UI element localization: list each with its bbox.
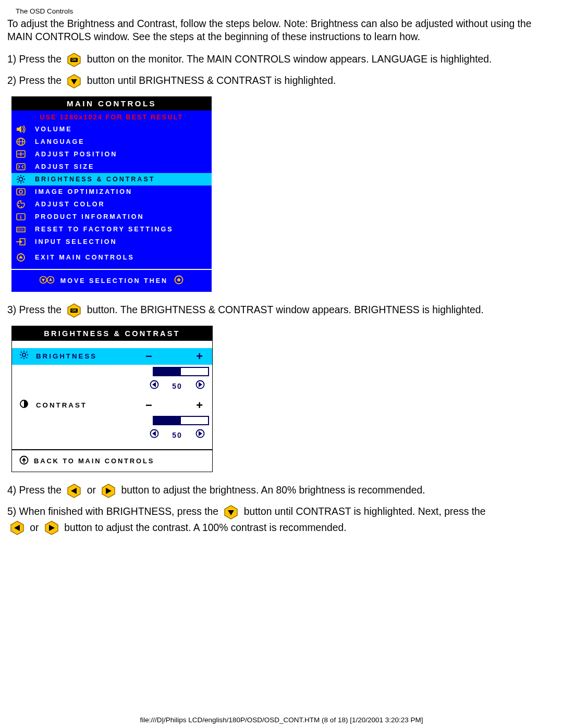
right-button-icon [44,521,59,535]
svg-line-53 [27,352,28,353]
exit-icon [15,252,27,263]
svg-marker-39 [19,255,23,258]
volume-icon [15,124,27,134]
reset-icon [15,224,27,235]
ok-button-icon [66,53,82,67]
back-icon [19,455,29,466]
osd-item-reset[interactable]: RESET TO FACTORY SETTINGS [11,223,212,236]
input-icon [15,237,27,247]
svg-marker-37 [20,240,22,243]
sun-icon [12,350,36,362]
bc-brightness-bar-fill [154,368,181,375]
svg-marker-56 [152,382,156,387]
left-button-icon [9,521,25,535]
svg-point-27 [21,206,22,207]
bc-brightness-label: BRIGHTNESS [36,352,145,360]
osd-item-image-optim[interactable]: IMAGE OPTIMIZATION [11,186,212,198]
svg-marker-63 [199,431,202,436]
osd-item-language[interactable]: LANGUAGE [11,135,212,148]
bc-brightness-row[interactable]: BRIGHTNESS −+ [12,348,212,365]
bc-brightness-bar-row [12,365,212,378]
bc-contrast-value: 50 [159,431,195,439]
bc-back-row[interactable]: BACK TO MAIN CONTROLS [12,450,212,472]
step-2: 2) Press the button until BRIGHTNESS & C… [7,73,556,89]
sun-icon [15,174,27,184]
bc-brightness-plusminus: −+ [145,350,212,363]
svg-line-54 [21,357,22,359]
osd-item-label: LANGUAGE [27,138,85,145]
osd-item-label: ADJUST SIZE [27,163,94,170]
plus-icon: + [196,399,203,412]
osd-item-color[interactable]: ADJUST COLOR [11,198,212,211]
left-arrow-icon[interactable] [150,380,159,392]
svg-line-51 [21,352,22,353]
step-5-text-c: button to adjust the contrast. A 100% co… [64,522,346,533]
svg-point-14 [19,177,22,181]
step-4-text-a: 4) Press the [7,485,64,496]
minus-icon: − [145,350,152,363]
osd-item-volume[interactable]: VOLUME [11,123,212,135]
svg-rect-13 [17,164,25,170]
plus-icon: + [196,350,203,363]
svg-rect-23 [17,189,25,195]
step-2-text-a: 2) Press the [7,75,64,86]
bc-contrast-label: CONTRAST [36,401,145,409]
osd-item-label: ADJUST COLOR [27,201,105,208]
intro-paragraph: To adjust the Brightness and Contrast, f… [7,17,556,43]
step-5: 5) When finished with BRIGHTNESS, press … [7,504,556,536]
svg-rect-30 [17,227,25,232]
osd-footer-label: MOVE SELECTION THEN [60,277,168,285]
osd-item-input[interactable]: INPUT SELECTION [11,236,212,248]
osd-item-label: RESET TO FACTORY SETTINGS [27,226,174,233]
osd-item-exit[interactable]: EXIT MAIN CONTROLS [11,251,212,264]
position-icon [15,149,27,159]
osd-item-product-info[interactable]: i PRODUCT INFORMATION [11,211,212,223]
svg-line-19 [18,176,19,177]
svg-marker-6 [17,126,21,133]
svg-point-46 [22,353,26,357]
bc-contrast-plusminus: −+ [145,399,212,412]
step-4-or: or [87,485,99,496]
bc-contrast-row[interactable]: CONTRAST −+ [12,397,212,414]
main-controls-panel: MAIN CONTROLS USE 1280x1024 FOR BEST RES… [11,96,212,292]
step-1: 1) Press the button on the monitor. The … [7,52,556,68]
step-2-text-b: button until BRIGHTNESS & CONTRAST is hi… [87,75,336,86]
osd-item-label: INPUT SELECTION [27,238,117,245]
bc-brightness-value: 50 [159,382,195,390]
svg-point-25 [18,203,19,204]
down-button-icon [223,505,239,520]
osd-item-label: ADJUST POSITION [27,151,117,158]
osd-item-label: VOLUME [27,126,72,133]
step-4: 4) Press the or button to adjust the bri… [7,483,556,499]
osd-item-brightness-contrast[interactable]: BRIGHTNESS & CONTRAST [11,173,212,186]
minus-icon: − [145,399,152,412]
step-5-text-a: 5) When finished with BRIGHTNESS, press … [7,506,221,517]
bc-contrast-value-row: 50 [12,427,212,443]
globe-icon [15,137,27,147]
ok-circle-icon [174,275,183,286]
right-arrow-icon[interactable] [195,429,205,441]
bc-contrast-bar [153,416,209,425]
ok-button-icon [66,303,82,318]
svg-point-26 [18,205,19,206]
svg-line-21 [23,176,25,177]
down-button-icon [66,74,82,89]
page-header: The OSD Controls [16,7,556,15]
main-controls-title: MAIN CONTROLS [11,96,212,110]
osd-item-size[interactable]: ADJUST SIZE [11,161,212,173]
left-arrow-icon[interactable] [150,429,159,441]
step-1-text-a: 1) Press the [7,54,64,65]
osd-footer: MOVE SELECTION THEN [11,270,212,292]
svg-point-45 [177,278,180,281]
step-4-text-b: button to adjust the brightness. An 80% … [121,485,425,496]
svg-text:i: i [20,214,22,220]
svg-marker-65 [22,458,26,461]
palette-icon [15,199,27,209]
updown-arrows-icon [40,275,54,286]
osd-item-label: EXIT MAIN CONTROLS [27,254,134,261]
svg-line-22 [18,181,19,182]
osd-item-position[interactable]: ADJUST POSITION [11,148,212,161]
svg-point-24 [19,190,22,193]
svg-line-20 [23,181,25,182]
right-arrow-icon[interactable] [195,380,205,392]
